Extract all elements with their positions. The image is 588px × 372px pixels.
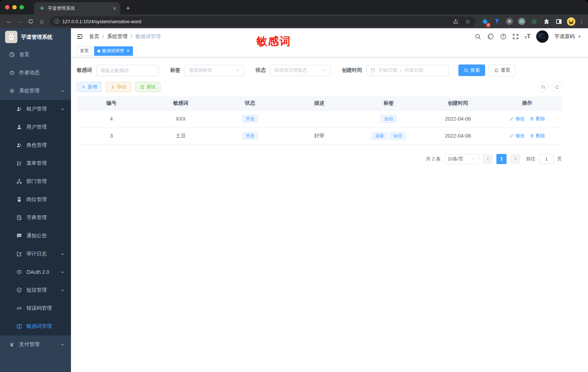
caret-down-icon[interactable]: ▼ xyxy=(578,34,581,39)
sidebar-item-role[interactable]: 角色管理 xyxy=(0,136,71,154)
chat-bubble-icon xyxy=(16,233,22,239)
sidebar-item-sensitive-word[interactable]: 敏感词管理 xyxy=(0,317,71,335)
breadcrumb-system[interactable]: 系统管理 xyxy=(107,33,127,40)
sidebar-item-audit-log[interactable]: 审计日志 xyxy=(0,245,71,263)
help-icon[interactable] xyxy=(500,33,507,40)
breadcrumb-home[interactable]: 首页 xyxy=(89,33,99,40)
badge-icon xyxy=(16,197,22,202)
github-icon[interactable] xyxy=(487,33,494,40)
chevron-down-icon xyxy=(60,252,64,256)
page-size-select[interactable]: 10条/页 xyxy=(444,154,479,164)
sidebar-item-tenant[interactable]: 租户管理 xyxy=(0,100,71,118)
filter-date-range: 创建时间 开始日期 - 结束日期 xyxy=(342,65,449,76)
chevron-down-icon xyxy=(322,68,326,72)
edit-link[interactable]: 修改 xyxy=(509,116,525,122)
close-window-button[interactable] xyxy=(5,5,9,9)
sidebar-item-dict[interactable]: 字典管理 xyxy=(0,209,71,227)
site-info-icon[interactable]: i xyxy=(54,19,59,24)
font-size-icon[interactable]: TT xyxy=(525,33,530,40)
reset-button[interactable]: 重置 xyxy=(489,64,516,76)
filter-form: 敏感词 标签 请选择标签 状态 请选择启用状态 xyxy=(77,64,582,76)
tag-select[interactable]: 请选择标签 xyxy=(185,65,244,76)
data-table: 编号 敏感词 状态 描述 标签 创建时间 操作 4 xyxy=(77,96,562,145)
browser-menu-icon[interactable]: ⋮ xyxy=(579,18,584,25)
app-logo[interactable]: 芋道管理系统 xyxy=(0,28,71,46)
back-icon[interactable]: ← xyxy=(4,16,14,27)
sidebar-item-oauth[interactable]: OAuth 2.0 xyxy=(0,263,71,281)
sidebar-item-home[interactable]: 首页 xyxy=(0,46,71,64)
page-number-button[interactable]: 1 xyxy=(496,154,507,164)
main-area: 敏感词 首页 / 系统管理 / 敏感词管理 TT xyxy=(71,28,588,372)
share-icon[interactable] xyxy=(451,17,460,26)
delete-link[interactable]: 删除 xyxy=(530,116,545,122)
edit-log-icon xyxy=(16,251,22,257)
sidebar-item-author-news[interactable]: 作者动态 xyxy=(0,64,71,82)
minimize-window-button[interactable] xyxy=(12,5,17,9)
browser-tab-title: 芋道管理系统 xyxy=(48,5,110,12)
next-page-button[interactable] xyxy=(510,154,520,164)
extension-diamond-icon[interactable]: 9 xyxy=(480,17,489,26)
sidebar-item-user[interactable]: 用户管理 xyxy=(0,118,71,136)
extension-star-icon[interactable] xyxy=(530,17,538,26)
filter-keyword: 敏感词 xyxy=(77,65,159,76)
username[interactable]: 芋道源码 xyxy=(554,33,575,40)
navbar: 首页 / 系统管理 / 敏感词管理 TT 芋道源码 ▼ xyxy=(71,28,588,45)
tag-view-sensitive-word[interactable]: 敏感词管理 ✕ xyxy=(94,46,133,56)
col-id: 编号 xyxy=(77,96,146,110)
date-range-picker[interactable]: 开始日期 - 结束日期 xyxy=(366,65,449,76)
edit-link[interactable]: 修改 xyxy=(509,133,525,139)
col-tags: 标签 xyxy=(354,96,423,110)
search-icon[interactable] xyxy=(475,33,481,40)
url-text[interactable]: 127.0.0.1:1024/system/sensitive-word xyxy=(62,19,448,24)
maximize-window-button[interactable] xyxy=(20,5,24,9)
sidebar-item-payment[interactable]: ¥ 支付管理 xyxy=(0,335,71,354)
sidebar-item-notice[interactable]: 通知公告 xyxy=(0,227,71,245)
tag-view-home[interactable]: 首页 xyxy=(77,46,92,56)
keyword-input[interactable] xyxy=(100,68,155,73)
search-button[interactable]: 搜索 xyxy=(458,64,485,76)
delete-link[interactable]: 删除 xyxy=(530,133,545,139)
reload-icon[interactable] xyxy=(25,16,36,27)
sidebar-item-sms[interactable]: 短信管理 xyxy=(0,281,71,299)
breadcrumb: 首页 / 系统管理 / 敏感词管理 xyxy=(89,33,161,40)
export-button[interactable]: 导出 xyxy=(106,82,131,92)
code-icon xyxy=(16,305,22,311)
fullscreen-icon[interactable] xyxy=(512,33,519,40)
macos-traffic-lights xyxy=(5,5,24,9)
sidebar-item-post[interactable]: 岗位管理 xyxy=(0,191,71,209)
sidebar-item-system[interactable]: 系统管理 xyxy=(0,82,71,100)
extensions-puzzle-icon[interactable] xyxy=(542,17,551,26)
address-bar[interactable]: i 127.0.0.1:1024/system/sensitive-word ☆ xyxy=(50,16,475,26)
sidebar-item-error-code[interactable]: 错误码管理 xyxy=(0,299,71,317)
extension-funnel-icon[interactable] xyxy=(493,17,501,26)
test-button[interactable]: 测试 xyxy=(135,82,160,92)
calendar-icon xyxy=(370,68,375,73)
user-avatar[interactable] xyxy=(536,30,549,43)
shield-check-icon xyxy=(16,287,22,293)
home-icon[interactable]: ⌂ xyxy=(36,16,47,27)
date-end-placeholder: 结束日期 xyxy=(404,67,423,74)
chevron-down-icon xyxy=(60,270,64,274)
side-panel-icon[interactable] xyxy=(554,17,563,26)
goto-page-input[interactable] xyxy=(539,154,554,164)
tag-close-icon[interactable]: ✕ xyxy=(126,49,130,53)
col-actions: 操作 xyxy=(493,96,562,110)
prev-page-button[interactable] xyxy=(483,154,493,164)
sidebar-item-menu[interactable]: 菜单管理 xyxy=(0,154,71,172)
forward-icon[interactable]: → xyxy=(14,16,25,27)
extension-record-icon[interactable] xyxy=(517,17,526,26)
show-search-icon[interactable] xyxy=(538,82,548,92)
tab-close-icon[interactable]: ✕ xyxy=(113,6,117,11)
refresh-icon[interactable] xyxy=(552,82,562,92)
new-tab-button[interactable]: + xyxy=(126,4,130,12)
extension-command-icon[interactable]: ⌘ xyxy=(505,17,514,26)
browser-tab[interactable]: 芋道管理系统 ✕ xyxy=(34,2,120,14)
add-button[interactable]: 新增 xyxy=(77,82,102,92)
profile-avatar[interactable] xyxy=(567,17,575,26)
bookmark-star-icon[interactable]: ☆ xyxy=(463,17,472,26)
col-created: 创建时间 xyxy=(423,96,492,110)
status-badge: 开启 xyxy=(242,132,258,140)
sidebar-collapse-icon[interactable] xyxy=(76,33,83,40)
status-select[interactable]: 请选择启用状态 xyxy=(270,65,330,76)
sidebar-item-dept[interactable]: 部门管理 xyxy=(0,172,71,191)
